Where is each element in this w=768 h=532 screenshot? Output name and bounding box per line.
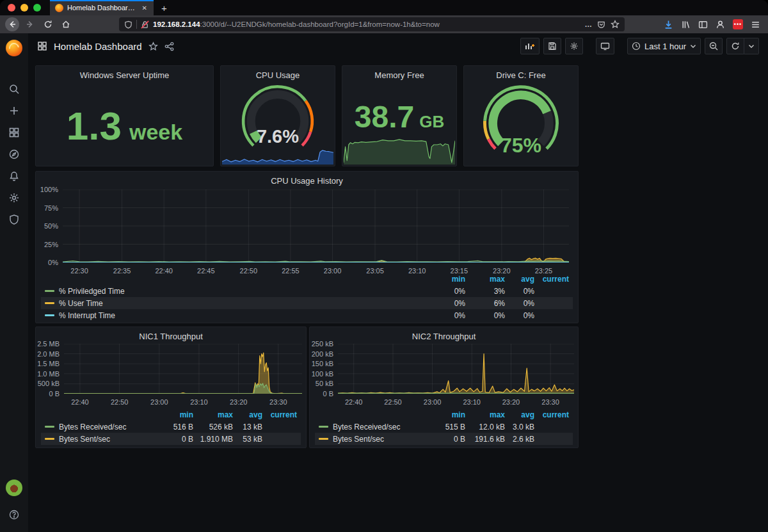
home-button[interactable] — [59, 17, 73, 31]
downloads-icon[interactable] — [664, 20, 673, 29]
series-dash-icon — [319, 426, 328, 428]
series-dash-icon — [319, 438, 328, 440]
legend-header-current[interactable]: current — [262, 410, 297, 419]
help-icon[interactable] — [3, 504, 26, 526]
browser-toolbar: 192.168.2.144:3000/d/--U2ENDGk/homelab-d… — [0, 15, 768, 33]
legend-min: 0 B — [432, 435, 465, 444]
legend-min: 0% — [432, 287, 465, 296]
legend-header-max[interactable]: max — [465, 275, 505, 284]
minimize-window-button[interactable] — [20, 4, 28, 12]
add-panel-button[interactable] — [520, 38, 540, 54]
refresh-interval-dropdown[interactable] — [744, 38, 759, 54]
series-name[interactable]: Bytes Sent/sec — [333, 435, 384, 444]
legend-header-avg[interactable]: avg — [233, 410, 262, 419]
legend-header-min[interactable]: min — [432, 275, 465, 284]
forward-button[interactable] — [23, 17, 37, 31]
save-dashboard-button[interactable] — [543, 38, 561, 54]
legend-row: Bytes Received/sec 516 B 526 kB 13 kB — [41, 421, 301, 433]
tab-close-icon[interactable]: ✕ — [141, 3, 148, 13]
grafana-logo[interactable] — [6, 40, 22, 56]
macos-window-controls[interactable] — [0, 0, 50, 15]
legend-header-current[interactable]: current — [534, 410, 569, 419]
panel-title[interactable]: CPU Usage History — [36, 172, 578, 186]
new-tab-button[interactable]: + — [154, 0, 175, 15]
cycle-view-mode-button[interactable] — [596, 38, 614, 54]
series-name[interactable]: % Priviledged Time — [59, 287, 125, 296]
cpu-history-legend: min max avg current % Priviledged Time 0… — [41, 273, 573, 321]
page-actions-ellipsis-icon[interactable]: … — [585, 20, 593, 28]
zoom-window-button[interactable] — [33, 4, 41, 12]
user-avatar[interactable] — [6, 480, 22, 496]
share-icon[interactable] — [164, 42, 174, 51]
adblock-extension-icon[interactable]: ••• — [733, 19, 743, 29]
tab-strip: Homelab Dashboard - Grafana ✕ + — [0, 0, 768, 15]
panel-memory-free: Memory Free 38.7 GB — [342, 65, 457, 166]
cpu-sparkline — [222, 148, 333, 165]
legend-header-min[interactable]: min — [160, 410, 193, 419]
nic1-chart[interactable]: 2.5 MB2.0 MB1.5 MB1.0 MB500 kB0 B 22:402… — [37, 344, 302, 407]
search-icon[interactable] — [3, 78, 26, 100]
browser-tab-active[interactable]: Homelab Dashboard - Grafana ✕ — [50, 0, 154, 15]
zoom-out-time-button[interactable] — [705, 38, 723, 54]
cpu-history-chart[interactable]: 100%75%50%25%0% 22:3022:3522:4022:4522:5… — [41, 189, 569, 275]
series-name[interactable]: % Interrupt Time — [59, 311, 115, 320]
menu-hamburger-icon[interactable] — [751, 20, 760, 29]
dashboard-title[interactable]: Homelab Dashboard — [54, 41, 142, 52]
panel-title[interactable]: Drive C: Free — [464, 66, 578, 80]
series-dash-icon — [45, 438, 54, 440]
series-name[interactable]: Bytes Received/sec — [59, 423, 126, 431]
pocket-icon[interactable] — [597, 20, 605, 29]
legend-max: 1.910 MB — [193, 435, 233, 444]
tab-title: Homelab Dashboard - Grafana — [67, 4, 137, 12]
create-plus-icon[interactable] — [3, 100, 26, 122]
nic2-chart[interactable]: 250 kB200 kB150 kB100 kB50 kB0 B 22:4022… — [311, 344, 574, 407]
panel-title[interactable]: Windows Server Uptime — [36, 66, 213, 80]
legend-header-avg[interactable]: avg — [505, 275, 534, 284]
legend-header-current[interactable]: current — [534, 275, 569, 284]
panel-title[interactable]: NIC2 Throughput — [310, 327, 578, 341]
legend-max: 0% — [465, 311, 505, 320]
x-axis-labels: 22:4022:5023:0023:1023:2023:30 — [338, 395, 574, 407]
chevron-down-icon — [748, 44, 755, 49]
nic2-legend: min max avg current Bytes Received/sec 5… — [315, 408, 573, 445]
url-text[interactable]: 192.168.2.144:3000/d/--U2ENDGk/homelab-d… — [153, 20, 581, 28]
dashboards-icon[interactable] — [3, 122, 26, 143]
explore-compass-icon[interactable] — [3, 143, 26, 165]
account-icon[interactable] — [716, 20, 725, 29]
nic1-legend: min max avg current Bytes Received/sec 5… — [41, 408, 301, 445]
legend-header-max[interactable]: max — [465, 410, 505, 419]
y-axis-labels: 250 kB200 kB150 kB100 kB50 kB0 B — [311, 340, 338, 398]
back-button[interactable] — [5, 17, 19, 31]
y-axis-labels: 2.5 MB2.0 MB1.5 MB1.0 MB500 kB0 B — [37, 340, 64, 398]
bookmark-star-icon[interactable] — [611, 20, 620, 29]
server-admin-shield-icon[interactable] — [3, 209, 26, 230]
favorite-star-icon[interactable] — [148, 42, 158, 51]
series-name[interactable]: Bytes Received/sec — [333, 423, 400, 431]
legend-header-avg[interactable]: avg — [505, 410, 534, 419]
panel-title[interactable]: CPU Usage — [221, 66, 335, 80]
library-icon[interactable] — [681, 20, 691, 29]
legend-header-max[interactable]: max — [193, 410, 233, 419]
legend-header-row: min max avg current — [315, 408, 573, 421]
clock-icon — [632, 42, 641, 51]
refresh-button[interactable] — [726, 38, 744, 54]
dashboard-settings-button[interactable] — [565, 38, 583, 54]
legend-min: 516 B — [160, 423, 193, 431]
close-window-button[interactable] — [8, 4, 15, 12]
configuration-gear-icon[interactable] — [3, 187, 26, 209]
reload-button[interactable] — [41, 17, 55, 31]
series-name[interactable]: % User Time — [59, 299, 103, 308]
series-name[interactable]: Bytes Sent/sec — [59, 435, 110, 444]
tracking-protection-shield-icon[interactable] — [124, 20, 132, 29]
insecure-connection-icon[interactable] — [141, 20, 149, 29]
sidebars-icon[interactable] — [698, 20, 708, 29]
time-picker-button[interactable]: Last 1 hour — [627, 38, 701, 54]
legend-header-min[interactable]: min — [432, 410, 465, 419]
alerting-bell-icon[interactable] — [3, 165, 26, 187]
panel-title[interactable]: NIC1 Throughput — [36, 327, 306, 341]
panel-title[interactable]: Memory Free — [342, 66, 456, 80]
url-path: :3000/d/--U2ENDGk/homelab-dashboard?orgI… — [200, 20, 440, 28]
panel-nic1-throughput: NIC1 Throughput 2.5 MB2.0 MB1.5 MB1.0 MB… — [35, 326, 307, 448]
chevron-down-icon — [690, 44, 696, 49]
url-bar[interactable]: 192.168.2.144:3000/d/--U2ENDGk/homelab-d… — [119, 17, 625, 31]
